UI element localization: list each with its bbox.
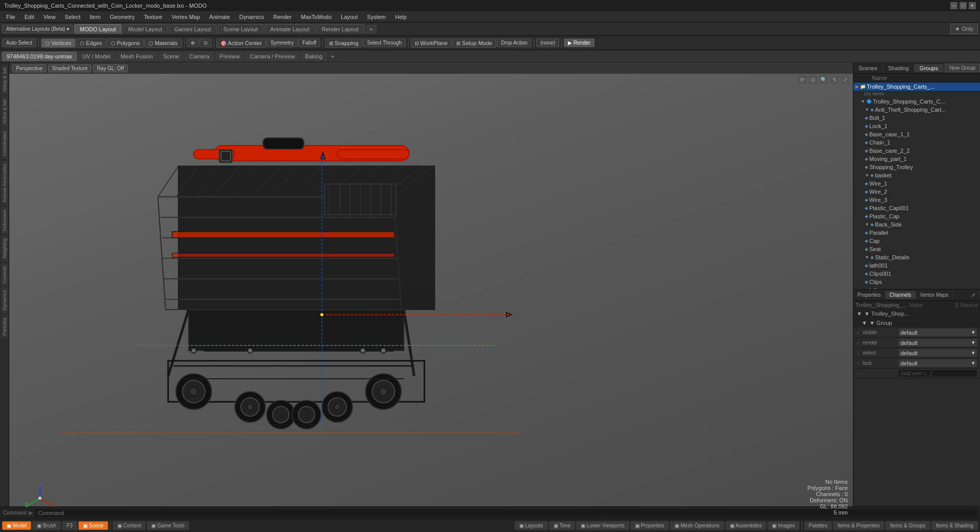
subtab-camera[interactable]: Camera xyxy=(185,52,214,61)
bottom-time-btn[interactable]: ▣ Time xyxy=(549,521,575,530)
bottom-layouts-btn[interactable]: ▣ Layouts xyxy=(515,521,548,530)
viewport-3d[interactable]: No Items Polygons : Face Channels : 0 De… xyxy=(9,63,853,519)
bottom-lower-viewports-btn[interactable]: ▣ Lower Viewports xyxy=(576,521,629,530)
tab-render-layout[interactable]: Render Layout xyxy=(316,24,364,34)
tree-item-20[interactable]: ◈ lath001 xyxy=(853,261,980,270)
tab-model-layout[interactable]: Model Layout xyxy=(122,24,168,34)
sidebar-tab-ik[interactable]: Inverse Kinematics xyxy=(1,160,8,206)
tab-scene-layout[interactable]: Scene Layout xyxy=(218,24,263,34)
minimize-button[interactable]: ─ xyxy=(950,2,957,9)
edges-btn[interactable]: ⬡ Edges xyxy=(76,38,106,48)
pivot-icon[interactable]: ⊕ xyxy=(187,38,199,47)
tree-item-18[interactable]: ◈ Seat xyxy=(853,245,980,253)
menu-help[interactable]: Help xyxy=(391,13,411,21)
polygons-btn[interactable]: ⬡ Polygons xyxy=(107,38,144,48)
viewport-expand-icon[interactable]: ⤢ xyxy=(841,75,850,84)
snapping-btn[interactable]: ⊞ Snapping xyxy=(325,38,362,48)
layout-dropdown[interactable]: Alternative Layouts (Beta) ▾ xyxy=(2,25,73,33)
pivot2-icon[interactable]: ⊙ xyxy=(199,38,212,47)
symmetry-btn[interactable]: Symmetry xyxy=(267,38,298,47)
sub-group-section-header[interactable]: ▼ ▼ Group xyxy=(853,318,980,328)
tree-item-19[interactable]: ▼ ◈ Static_Details xyxy=(853,253,980,261)
shaded-texture-button[interactable]: Shaded Texture xyxy=(48,65,91,72)
only-button[interactable]: ★ Only xyxy=(950,24,978,34)
menu-maxtomodo[interactable]: MaxToModo xyxy=(297,13,336,21)
tree-item-5[interactable]: ◈ Chain_1 xyxy=(853,138,980,147)
tree-item-16[interactable]: ◈ Parallel xyxy=(853,229,980,237)
menu-geometry[interactable]: Geometry xyxy=(106,13,138,21)
prop-add-user-value[interactable]: (add user c...) xyxy=(899,370,977,377)
menu-file[interactable]: File xyxy=(2,13,19,21)
menu-system[interactable]: System xyxy=(363,13,390,21)
bottom-game-tools-btn[interactable]: ▣ Game Tools xyxy=(147,521,189,530)
menu-dynamics[interactable]: Dynamics xyxy=(235,13,268,21)
subtab-uv-model[interactable]: UV / Model xyxy=(78,52,115,61)
subtab-scene[interactable]: Scene xyxy=(158,52,183,61)
bottom-properties-btn[interactable]: ▣ Properties xyxy=(630,521,669,530)
setup-mode-btn[interactable]: ⊞ Setup Mode xyxy=(452,38,496,48)
select-through-btn[interactable]: Select Through xyxy=(363,38,406,47)
subtab-unmax[interactable]: 9748463:0199:day-unmax xyxy=(2,52,77,61)
sidebar-tab-dynamics[interactable]: Dynamics xyxy=(1,287,8,314)
close-button[interactable]: ✕ xyxy=(969,2,976,9)
tree-item-8[interactable]: ◈ Shopping_Trolley xyxy=(853,163,980,171)
drop-action-btn[interactable]: Drop Action xyxy=(497,38,532,47)
menu-layout[interactable]: Layout xyxy=(337,13,362,21)
vertices-btn[interactable]: ⬡ Vertices xyxy=(41,38,75,48)
tree-item-12[interactable]: ◈ Wire_3 xyxy=(853,196,980,204)
add-layout-tab[interactable]: + xyxy=(365,25,377,34)
scene-root-item[interactable]: ▶ 📁 Trolley_Shopping_Carts_... xyxy=(853,83,980,91)
new-group-button[interactable]: New Group xyxy=(945,64,980,72)
scenes-tab[interactable]: Scenes xyxy=(853,64,883,72)
shading-tab[interactable]: Shading xyxy=(883,64,914,72)
workplane-btn[interactable]: ⊟ WorkPlane xyxy=(411,38,452,48)
viewport-camera-icon[interactable]: ⊙ xyxy=(808,75,818,84)
menu-edit[interactable]: Edit xyxy=(21,13,38,21)
prop-render-value[interactable]: default ▾ xyxy=(899,339,977,346)
sidebar-tab-weighting[interactable]: Weighting xyxy=(1,235,8,262)
tree-item-6[interactable]: ◈ Base_case_2_2 xyxy=(853,147,980,155)
bottom-assemblies-btn[interactable]: ▣ Assemblies xyxy=(725,521,766,530)
groups-tab[interactable]: Groups xyxy=(914,64,944,72)
tree-item-4[interactable]: ◈ Base_case_1_1 xyxy=(853,130,980,138)
tab-games-layout[interactable]: Games Layout xyxy=(169,24,217,34)
bottom-items-shading-btn[interactable]: Items & Shading xyxy=(931,521,978,530)
tree-item-1[interactable]: ▼ ◈ Anti_Theft_Shopping_Cart... xyxy=(853,106,980,114)
expand-prop-btn[interactable]: ⤢ xyxy=(967,291,980,299)
maximize-button[interactable]: □ xyxy=(959,2,967,9)
menu-item[interactable]: Item xyxy=(86,13,105,21)
tree-item-2[interactable]: ◈ Bolt_1 xyxy=(853,114,980,122)
none-dropdown[interactable]: (none) xyxy=(536,38,559,47)
tree-item-9[interactable]: ▼ ◈ basket xyxy=(853,171,980,179)
materials-btn[interactable]: ⬡ Materials xyxy=(145,38,181,48)
tree-item-10[interactable]: ◈ Wire_1 xyxy=(853,179,980,188)
tree-item-22[interactable]: ◈ Clips xyxy=(853,278,980,286)
bottom-brush-btn[interactable]: ▣ Brush xyxy=(32,521,61,530)
sidebar-tab-controls[interactable]: Controls xyxy=(1,263,8,287)
channels-tab[interactable]: Channels xyxy=(886,291,916,299)
tree-item-7[interactable]: ◈ Moving_part_1 xyxy=(853,155,980,163)
tree-item-11[interactable]: ◈ Wire_2 xyxy=(853,188,980,196)
sidebar-tab-particles[interactable]: Particles xyxy=(1,315,8,339)
sidebar-tab-active[interactable]: Active & Sel xyxy=(1,96,8,128)
viewport-zoom-icon[interactable]: 🔍 xyxy=(819,75,828,84)
viewport-reset-icon[interactable]: ⟳ xyxy=(798,75,807,84)
menu-vertexmap[interactable]: Vertex Map xyxy=(168,13,205,21)
tree-item-21[interactable]: ◈ Clips001 xyxy=(853,270,980,278)
subtab-baking[interactable]: Baking xyxy=(300,52,327,61)
tree-item-17[interactable]: ◈ Cap xyxy=(853,237,980,245)
menu-select[interactable]: Select xyxy=(60,13,85,21)
tree-item-15[interactable]: ▼ ◈ Back_Side xyxy=(853,220,980,229)
sidebar-tab-coords[interactable]: Coordinates xyxy=(1,128,8,159)
tree-item-14[interactable]: ◈ Plastic_Cap xyxy=(853,212,980,220)
bottom-model-btn[interactable]: ▣ Model xyxy=(2,521,31,530)
ray-gl-button[interactable]: Ray GL: Off xyxy=(93,65,128,72)
bottom-items-groups-btn[interactable]: Items & Groups xyxy=(885,521,930,530)
tree-item-0[interactable]: ▼ 🔷 Trolley_Shopping_Carts_C... xyxy=(853,97,980,106)
render-button[interactable]: ▶ Render xyxy=(564,38,595,47)
bottom-context-btn[interactable]: ▣ Context xyxy=(113,521,146,530)
group-section-header[interactable]: ▼ ▼ Trolley_Shop... xyxy=(853,309,980,318)
prop-visible-value[interactable]: default ▾ xyxy=(899,329,977,336)
tab-modo-layout[interactable]: MODO Layout xyxy=(74,24,121,34)
vertex-maps-tab[interactable]: Vertex Maps xyxy=(916,291,953,299)
